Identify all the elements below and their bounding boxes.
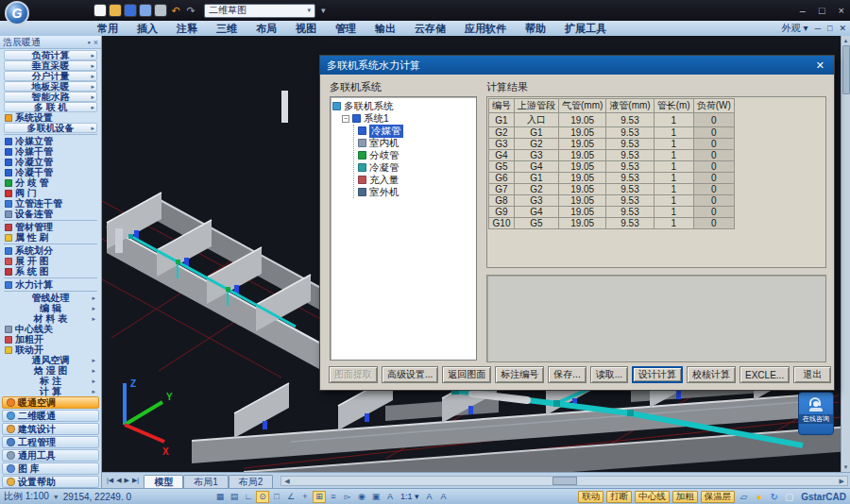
table-row[interactable]: G1入口19.059.5310 [489, 113, 735, 127]
layout-tab-模型[interactable]: 模型 [144, 475, 183, 488]
auto-annotation-icon[interactable]: A [437, 491, 450, 503]
table-row[interactable]: G7G219.059.5310 [489, 184, 735, 195]
dialog-button[interactable]: 标注编号 [495, 366, 544, 383]
drawing-area[interactable]: Z Y X ▲ ▼ 在线咨询 |◀◀▶▶| 模型布局1布局2 ◀ [102, 36, 850, 488]
sidebar-item[interactable]: 分户计量▸ [4, 71, 97, 81]
annotation-scale-value[interactable]: 1:1 ▾ [398, 492, 422, 501]
appearance-dropdown[interactable]: 外观 ▾ [782, 22, 808, 35]
tab-nav-icon[interactable]: ▶| [132, 477, 139, 484]
collapse-icon[interactable]: − [342, 115, 349, 123]
sidebar-item[interactable]: 通风空调▸ [4, 355, 97, 365]
selection-cycling-icon[interactable]: ▻ [341, 491, 354, 503]
toggle-保温层[interactable]: 保温层 [701, 491, 736, 503]
ribbon-tab-12[interactable]: 扩展工具 [556, 21, 615, 36]
tree-item[interactable]: 冷凝管 [358, 161, 474, 174]
ribbon-restore-icon[interactable]: □ [827, 24, 832, 33]
dialog-button[interactable]: EXCLE... [740, 366, 790, 383]
sidebar-item[interactable]: 展 开 图 [0, 256, 101, 266]
polar-tracking-icon[interactable]: ⊙ [256, 491, 269, 503]
sidebar-item[interactable]: 系统划分 [0, 245, 101, 256]
ribbon-tab-1[interactable]: 常用 [89, 21, 127, 36]
vscroll-thumb[interactable] [842, 45, 850, 94]
sidebar-item[interactable]: 水力计算 [0, 279, 101, 290]
dialog-button[interactable]: 校核计算 [687, 366, 736, 383]
undo-icon[interactable]: ↶ [170, 5, 181, 16]
sidebar-item[interactable]: 冷凝干管 [0, 167, 101, 177]
sidebar-item[interactable]: 阀 门 [0, 188, 101, 198]
ribbon-tab-5[interactable]: 布局 [247, 21, 285, 36]
object-snap-tracking-icon[interactable]: ∠ [284, 491, 298, 503]
sidebar-item[interactable]: 多 联 机▸ [4, 102, 97, 112]
tree-item[interactable]: 室内机 [358, 137, 474, 149]
dialog-close-icon[interactable]: ✕ [813, 59, 827, 72]
scale-selector[interactable]: 比例 1:100 [4, 490, 49, 503]
layout-tab-布局1[interactable]: 布局1 [183, 475, 229, 488]
sidebar-item[interactable]: 设置帮助 [2, 476, 99, 488]
tab-nav-icon[interactable]: ◀ [116, 477, 121, 484]
minimize-icon[interactable]: – [800, 5, 806, 16]
lightbulb-icon[interactable]: ● [753, 491, 765, 503]
dialog-button[interactable]: 高级设置... [382, 366, 438, 383]
gstarcad-logo-icon[interactable]: G [5, 1, 29, 25]
dynamic-input-icon[interactable]: ⊞ [313, 491, 326, 503]
sidebar-item[interactable]: 工程管理 [2, 436, 99, 448]
tree-item[interactable]: 室外机 [358, 186, 474, 198]
sidebar-item[interactable]: 多联机设备▸ [4, 123, 97, 133]
sidebar-item[interactable]: 标 注▸ [4, 376, 97, 386]
sidebar-item[interactable]: 联动开 [0, 344, 101, 355]
save-icon[interactable] [125, 5, 136, 16]
sidebar-item[interactable]: 冷媒干管 [0, 146, 101, 157]
sidebar-item[interactable]: 属 性 刷 [0, 232, 101, 243]
sidebar-item[interactable]: 计 算▸ [4, 386, 97, 396]
snap-mode-icon[interactable]: ▤ [228, 491, 241, 503]
sidebar-item[interactable]: 立管连干管 [0, 198, 101, 209]
toggle-联动[interactable]: 联动 [578, 491, 604, 503]
new-file-icon[interactable] [94, 5, 106, 16]
tree-item[interactable]: 冷媒管 [358, 125, 474, 137]
ribbon-tab-6[interactable]: 视图 [287, 21, 325, 36]
sidebar-item[interactable]: 垂直采暖▸ [4, 60, 97, 71]
table-row[interactable]: G10G519.059.5310 [489, 218, 735, 229]
sidebar-item[interactable]: 中心线关 [0, 324, 101, 334]
annotation-visibility-icon[interactable]: A [423, 491, 436, 503]
table-row[interactable]: G8G319.059.5310 [489, 195, 735, 207]
sidebar-item[interactable]: 管线处理▸ [4, 293, 97, 303]
sidebar-item[interactable]: 建筑设计 [2, 423, 99, 435]
sidebar-item[interactable]: 焓 湿 图▸ [4, 365, 97, 376]
dynamic-ucs-icon[interactable]: + [298, 491, 312, 503]
scroll-left-icon[interactable]: ◀ [281, 478, 292, 485]
results-table-panel[interactable]: 编号上游管段气管(mm)液管(mm)管长(m)负荷(W) G1入口19.059.… [486, 96, 826, 268]
tab-nav-icon[interactable]: |◀ [107, 477, 113, 484]
sidebar-item[interactable]: 二维暖通 [2, 410, 99, 422]
sidebar-item[interactable]: 管材管理 [0, 222, 101, 232]
ribbon-tab-9[interactable]: 云存储 [406, 21, 454, 36]
ribbon-tab-11[interactable]: 帮助 [517, 21, 554, 36]
dialog-title-bar[interactable]: 多联机系统水力计算 ✕ [320, 56, 834, 75]
tree-item[interactable]: 充入量 [358, 174, 474, 186]
hscroll-thumb[interactable] [552, 477, 577, 485]
tree-system-node[interactable]: − 系统1 [342, 112, 474, 125]
sidebar-item[interactable]: 冷媒立管 [0, 136, 101, 146]
palette-close-icon[interactable]: × [94, 38, 98, 47]
toggle-加粗[interactable]: 加粗 [672, 491, 698, 503]
table-row[interactable]: G2G119.059.5310 [489, 127, 735, 139]
sidebar-item[interactable]: 通用工具 [2, 449, 99, 462]
plot-icon[interactable] [155, 5, 166, 16]
sidebar-item[interactable]: 系统设置 [0, 112, 101, 123]
sidebar-item[interactable]: 地板采暖▸ [4, 81, 97, 92]
sidebar-item[interactable]: 冷凝立管 [0, 157, 101, 167]
lineweight-icon[interactable]: ≡ [327, 491, 340, 503]
tree-root[interactable]: 多联机系统 [332, 100, 474, 112]
online-consult-badge[interactable]: 在线咨询 [798, 392, 834, 435]
table-row[interactable]: G6G119.059.5310 [489, 173, 735, 184]
dialog-button[interactable]: 读取... [590, 366, 628, 383]
qat-customize-icon[interactable]: ▾ [321, 6, 326, 15]
layout-tab-布局2[interactable]: 布局2 [229, 475, 274, 488]
scroll-up-icon[interactable]: ▲ [843, 36, 849, 45]
restore-icon[interactable]: □ [819, 5, 825, 16]
ortho-mode-icon[interactable]: ∟ [242, 491, 255, 503]
annotation-scale-icon[interactable]: A [383, 491, 397, 503]
sidebar-item[interactable]: 暖通空调 [2, 396, 99, 409]
dialog-button[interactable]: 返回图面 [442, 366, 491, 383]
toggle-中心线[interactable]: 中心线 [635, 491, 670, 503]
